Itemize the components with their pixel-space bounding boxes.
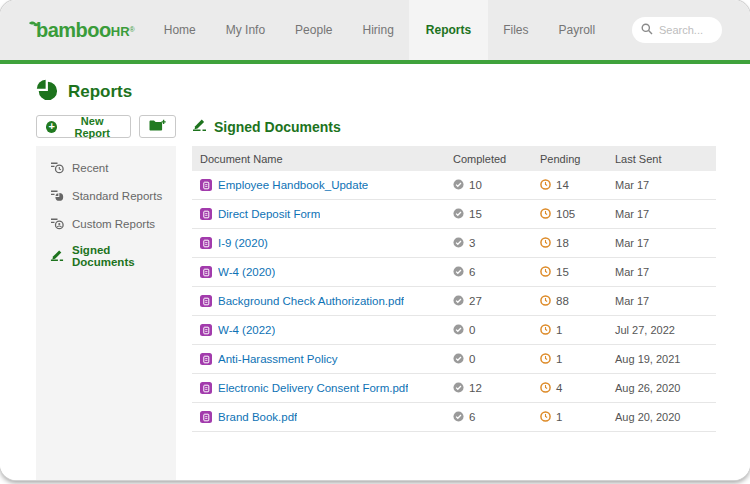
bamboohr-logo[interactable]: bamboo HR ®: [36, 20, 135, 40]
folder-plus-icon: [149, 119, 166, 135]
pending-count: 1: [556, 411, 562, 423]
document-link[interactable]: Background Check Authorization.pdf: [218, 295, 404, 307]
completed-check-icon: [453, 266, 464, 279]
last-sent-date: Mar 17: [615, 179, 716, 191]
document-icon: [200, 324, 212, 336]
signed-documents-table: Document Name Completed Pending Last Sen…: [192, 146, 716, 480]
search-icon: [641, 21, 653, 39]
completed-count: 6: [469, 411, 475, 423]
recent-clock-icon: [50, 160, 64, 176]
document-icon: [200, 266, 212, 278]
plus-icon: +: [46, 121, 57, 133]
search-input[interactable]: [659, 24, 719, 36]
pending-clock-icon: [540, 353, 551, 366]
nav-item-hiring[interactable]: Hiring: [347, 0, 408, 60]
last-sent-date: Jul 27, 2022: [615, 324, 716, 336]
document-icon: [200, 411, 212, 423]
nav-item-reports[interactable]: Reports: [409, 0, 488, 60]
completed-check-icon: [453, 208, 464, 221]
sidebar-item-signed-documents[interactable]: Signed Documents: [36, 238, 176, 274]
document-link[interactable]: Direct Deposit Form: [218, 208, 320, 220]
sidebar-item-recent[interactable]: Recent: [36, 154, 176, 182]
completed-count: 27: [469, 295, 482, 307]
table-row: Brand Book.pdf 6 1 Aug 20, 2020: [192, 403, 716, 432]
reports-sidebar: Recent Standard Reports: [36, 146, 176, 480]
nav-item-home[interactable]: Home: [149, 0, 211, 60]
document-icon: [200, 237, 212, 249]
nav-item-files[interactable]: Files: [488, 0, 543, 60]
completed-check-icon: [453, 295, 464, 308]
document-link[interactable]: W-4 (2022): [218, 324, 275, 336]
new-report-button[interactable]: + New Report: [36, 115, 131, 138]
new-folder-button[interactable]: [139, 115, 176, 138]
pending-count: 88: [556, 295, 569, 307]
pending-clock-icon: [540, 411, 551, 424]
section-header: Signed Documents: [192, 117, 341, 136]
completed-check-icon: [453, 411, 464, 424]
logo-text-bamboo: bamboo: [36, 20, 111, 40]
table-row: Direct Deposit Form 15 105 Mar 17: [192, 200, 716, 229]
pending-clock-icon: [540, 237, 551, 250]
column-header-document-name: Document Name: [192, 153, 453, 165]
document-link[interactable]: Electronic Delivery Consent Form.pdf: [218, 382, 408, 394]
column-header-completed: Completed: [453, 153, 540, 165]
page-title: Reports: [68, 82, 132, 102]
table-row: Employee Handbook_Update 10 14 Mar 17: [192, 171, 716, 200]
last-sent-date: Aug 26, 2020: [615, 382, 716, 394]
sidebar-item-label: Signed Documents: [72, 244, 176, 268]
last-sent-date: Mar 17: [615, 295, 716, 307]
last-sent-date: Aug 20, 2020: [615, 411, 716, 423]
pie-chart-icon: [36, 79, 58, 105]
sidebar-item-label: Standard Reports: [72, 190, 162, 202]
sidebar-item-label: Recent: [72, 162, 108, 174]
main-nav: Home My Info People Hiring Reports Files…: [149, 0, 610, 60]
document-link[interactable]: Brand Book.pdf: [218, 411, 297, 423]
completed-count: 10: [469, 179, 482, 191]
table-row: I-9 (2020) 3 18 Mar 17: [192, 229, 716, 258]
document-link[interactable]: W-4 (2020): [218, 266, 275, 278]
pending-count: 15: [556, 266, 569, 278]
nav-item-payroll[interactable]: Payroll: [544, 0, 611, 60]
nav-item-people[interactable]: People: [280, 0, 347, 60]
toolbar-row: + New Report: [36, 115, 750, 138]
pending-clock-icon: [540, 324, 551, 337]
last-sent-date: Mar 17: [615, 208, 716, 220]
completed-check-icon: [453, 353, 464, 366]
pending-count: 14: [556, 179, 569, 191]
completed-check-icon: [453, 237, 464, 250]
pending-count: 18: [556, 237, 569, 249]
document-link[interactable]: I-9 (2020): [218, 237, 268, 249]
signed-documents-icon: [50, 248, 64, 264]
pending-count: 1: [556, 353, 562, 365]
standard-reports-pie-icon: [50, 188, 64, 204]
completed-count: 0: [469, 324, 475, 336]
last-sent-date: Mar 17: [615, 237, 716, 249]
table-row: W-4 (2020) 6 15 Mar 17: [192, 258, 716, 287]
document-link[interactable]: Employee Handbook_Update: [218, 179, 368, 191]
search-box[interactable]: [632, 17, 722, 43]
pending-count: 1: [556, 324, 562, 336]
pending-clock-icon: [540, 266, 551, 279]
page-header: Reports: [36, 79, 750, 105]
document-link[interactable]: Anti-Harassment Policy: [218, 353, 338, 365]
document-icon: [200, 208, 212, 220]
custom-reports-person-icon: [50, 216, 64, 232]
completed-count: 6: [469, 266, 475, 278]
new-report-label: New Report: [63, 115, 121, 139]
sidebar-item-custom-reports[interactable]: Custom Reports: [36, 210, 176, 238]
table-row: W-4 (2022) 0 1 Jul 27, 2022: [192, 316, 716, 345]
completed-count: 15: [469, 208, 482, 220]
last-sent-date: Aug 19, 2021: [615, 353, 716, 365]
last-sent-date: Mar 17: [615, 266, 716, 278]
nav-item-my-info[interactable]: My Info: [211, 0, 280, 60]
sidebar-item-standard-reports[interactable]: Standard Reports: [36, 182, 176, 210]
pending-clock-icon: [540, 382, 551, 395]
pending-count: 105: [556, 208, 575, 220]
sidebar-item-label: Custom Reports: [72, 218, 155, 230]
completed-check-icon: [453, 179, 464, 192]
pending-clock-icon: [540, 295, 551, 308]
table-header-row: Document Name Completed Pending Last Sen…: [192, 146, 716, 171]
table-row: Background Check Authorization.pdf 27 88…: [192, 287, 716, 316]
document-icon: [200, 295, 212, 307]
pending-clock-icon: [540, 179, 551, 192]
